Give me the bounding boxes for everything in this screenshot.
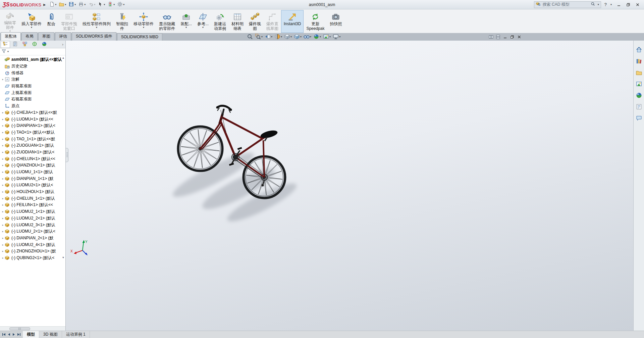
- tree-item[interactable]: 上视基准面: [0, 89, 65, 96]
- tree-item[interactable]: ▸(-) CHEJIA<1> (默认<<默: [0, 109, 65, 116]
- tree-item[interactable]: ▸(-) LUOMU2_3<1> (默认: [0, 222, 65, 228]
- tree-root-item[interactable]: asm0001_asm (默认<<默认: [0, 56, 65, 63]
- tree-item[interactable]: ▸(-) DIANPIAN_1<1> (默: [0, 175, 65, 182]
- propertymanager-tab[interactable]: [10, 41, 20, 48]
- scroll-up-icon[interactable]: ▲: [62, 56, 65, 59]
- restore-document-button[interactable]: [510, 35, 515, 39]
- go-prev-button[interactable]: [7, 332, 11, 337]
- tree-vertical-scrollbar[interactable]: ▲ ▼: [61, 56, 65, 259]
- search-caret-icon[interactable]: ▾: [598, 3, 599, 6]
- view-settings-button[interactable]: ▾: [332, 34, 341, 41]
- commandmanager-tab-1[interactable]: 装配体: [1, 32, 21, 41]
- close-document-button[interactable]: [517, 35, 522, 39]
- component-preview-window-button[interactable]: 零部件预览窗口: [58, 10, 80, 33]
- search-box[interactable]: 搜索 CAD 模型 ▾: [534, 1, 601, 8]
- close-window-button[interactable]: [633, 1, 642, 8]
- insert-components-button[interactable]: 插入零部件▾: [19, 10, 44, 33]
- panel-expand-chevron[interactable]: ›: [60, 42, 65, 46]
- expand-arrow-icon[interactable]: ▸: [1, 250, 5, 253]
- tree-item[interactable]: 传感器: [0, 69, 65, 76]
- go-next-button[interactable]: [12, 332, 16, 337]
- tile-horizontal-button[interactable]: [496, 35, 500, 39]
- document-tab-1[interactable]: 模型: [23, 331, 39, 338]
- tree-item[interactable]: ▸(-) LUOMU2<1> (默认<: [0, 182, 65, 189]
- panel-splitter-handle[interactable]: [66, 148, 68, 162]
- rebuild-button[interactable]: ▾: [107, 1, 115, 9]
- select-button[interactable]: ▾: [97, 1, 106, 9]
- save-button[interactable]: ▾: [68, 1, 76, 9]
- commandmanager-tab-5[interactable]: SOLIDWORKS 插件: [72, 32, 116, 41]
- smart-fasteners-button[interactable]: 智能扣件: [113, 10, 131, 33]
- edit-component-button[interactable]: 编辑零部件▾: [1, 10, 19, 33]
- expand-arrow-icon[interactable]: ▸: [1, 131, 5, 134]
- tree-item[interactable]: ▸(-) LUOMU_2<1> (默认<: [0, 228, 65, 235]
- expand-arrow-icon[interactable]: ▸: [1, 230, 5, 233]
- tree-item[interactable]: ▸(-) CHELUN_1<1> (默认: [0, 195, 65, 202]
- appearances-scenes-button[interactable]: [635, 92, 643, 99]
- expand-arrow-icon[interactable]: ▸: [1, 78, 5, 81]
- configurationmanager-tab[interactable]: [20, 41, 30, 48]
- tile-vertical-button[interactable]: [489, 35, 493, 39]
- displaymanager-tab[interactable]: [40, 41, 49, 48]
- expand-arrow-icon[interactable]: ▸: [1, 190, 5, 193]
- expand-arrow-icon[interactable]: ▸: [1, 177, 5, 180]
- tree-item[interactable]: ▸(-) LUOMU_1<1> (默认: [0, 169, 65, 176]
- expand-arrow-icon[interactable]: ▸: [1, 138, 5, 141]
- expand-arrow-icon[interactable]: ▸: [1, 171, 5, 174]
- menu-expand-icon[interactable]: ▶: [43, 3, 46, 6]
- expand-arrow-icon[interactable]: ▸: [1, 197, 5, 200]
- go-first-button[interactable]: [2, 332, 6, 337]
- search-input[interactable]: 搜索 CAD 模型: [543, 2, 589, 7]
- tree-item[interactable]: ▸(-) LUOMU2_1<1> (默认: [0, 208, 65, 215]
- expand-arrow-icon[interactable]: ▸: [1, 144, 5, 147]
- tree-item[interactable]: 前视基准面: [0, 83, 65, 90]
- apply-scene-button[interactable]: ▾: [323, 34, 331, 41]
- move-component-button[interactable]: 移动零部件▾: [131, 10, 156, 33]
- edit-appearance-button[interactable]: ▾: [313, 34, 321, 41]
- zoom-to-fit-button[interactable]: [247, 34, 253, 41]
- tree-item[interactable]: 原点: [0, 103, 65, 109]
- commandmanager-tab-3[interactable]: 草图: [38, 32, 54, 41]
- tree-item[interactable]: ▸(-) HOUZHOU<1> (默认: [0, 189, 65, 195]
- tree-item[interactable]: ▸(-) DIANPIAN_2<1> (默: [0, 235, 65, 242]
- expand-arrow-icon[interactable]: ▸: [1, 157, 5, 160]
- commandmanager-tab-4[interactable]: 评估: [55, 32, 71, 41]
- options-button[interactable]: ▾: [116, 1, 125, 9]
- new-document-button[interactable]: ▾: [48, 1, 57, 9]
- explode-line-sketch-button[interactable]: 爆炸直线草图: [264, 10, 281, 33]
- solidworks-resources-button[interactable]: [635, 46, 643, 53]
- help-button[interactable]: ?: [604, 2, 607, 7]
- zoom-to-area-button[interactable]: ▾: [255, 34, 263, 41]
- expand-arrow-icon[interactable]: ▸: [1, 111, 5, 114]
- tree-item[interactable]: ▸(-) QIANZHOU<1> (默认: [0, 162, 65, 169]
- show-hidden-components-button[interactable]: 显示隐藏的零部件: [156, 10, 178, 33]
- tree-item[interactable]: ▸(-) CHELUN<1> (默认<<: [0, 155, 65, 162]
- instant3d-button[interactable]: Instant3D: [281, 10, 304, 33]
- tree-item[interactable]: 历史记录: [0, 63, 65, 70]
- tree-item[interactable]: 右视基准面: [0, 96, 65, 103]
- tree-item[interactable]: ▸(-) DIANPIAN<1> (默认<: [0, 123, 65, 129]
- tree-horizontal-scrollbar[interactable]: [0, 326, 65, 331]
- filter-caret-icon[interactable]: ▾: [7, 50, 9, 53]
- expand-arrow-icon[interactable]: ▸: [1, 237, 5, 240]
- dimxpertmanager-tab[interactable]: [30, 41, 39, 48]
- expand-arrow-icon[interactable]: ▸: [1, 256, 5, 259]
- tree-item[interactable]: ▸(-) LUOMU<1> (默认<<: [0, 116, 65, 123]
- print-button[interactable]: ▾: [77, 1, 86, 9]
- tree-item[interactable]: ▸(-) ZUOGUAN<1> (默认: [0, 142, 65, 149]
- document-tab-2[interactable]: 3D 视图: [39, 331, 62, 338]
- featuremanager-tab[interactable]: [1, 41, 10, 48]
- minimize-document-button[interactable]: [503, 35, 507, 39]
- maximize-window-button[interactable]: [624, 1, 633, 8]
- bicycle-model[interactable]: XY: [66, 41, 633, 331]
- hide-show-items-button[interactable]: ▾: [303, 34, 312, 41]
- expand-arrow-icon[interactable]: ▸: [1, 118, 5, 121]
- previous-view-button[interactable]: ▾: [264, 34, 273, 41]
- open-document-button[interactable]: ▾: [58, 1, 67, 9]
- tree-item[interactable]: ▸A注解: [0, 76, 65, 83]
- expand-arrow-icon[interactable]: ▸: [1, 203, 5, 206]
- custom-properties-button[interactable]: [635, 103, 643, 110]
- commandmanager-tab-6[interactable]: SOLIDWORKS MBD: [117, 33, 162, 41]
- expand-arrow-icon[interactable]: ▸: [1, 164, 5, 167]
- display-style-button[interactable]: ▾: [293, 34, 302, 41]
